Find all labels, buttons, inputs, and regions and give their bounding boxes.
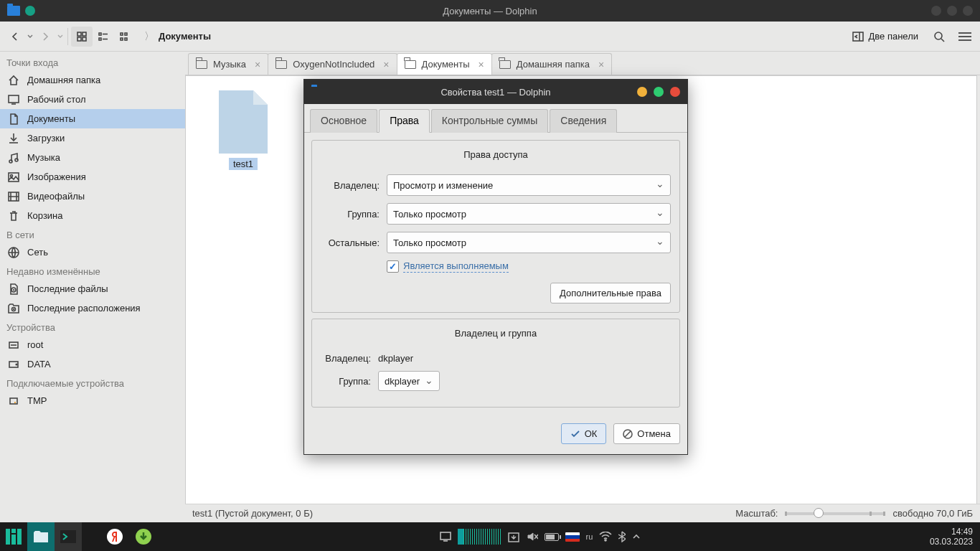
- file-label: test1: [229, 158, 258, 170]
- nav-back-button[interactable]: [4, 27, 26, 47]
- nav-forward-button[interactable]: [34, 27, 56, 47]
- advanced-perms-button[interactable]: Дополнительные права: [550, 283, 671, 303]
- window-close-button[interactable]: [670, 87, 680, 97]
- sidebar-item-desktop[interactable]: Рабочий стол: [0, 90, 185, 109]
- ok-button[interactable]: ОК: [561, 423, 607, 444]
- tab-documents[interactable]: Документы×: [397, 53, 492, 75]
- sidebar-item-home[interactable]: Домашняя папка: [0, 70, 185, 90]
- keyboard-layout-label[interactable]: ru: [586, 532, 593, 541]
- app-icon: [7, 6, 20, 16]
- executable-label[interactable]: Является выполняемым: [403, 260, 509, 273]
- window-close-button[interactable]: [963, 6, 973, 16]
- recent-files-icon: [7, 283, 20, 296]
- window-max-button[interactable]: [654, 87, 664, 97]
- others-perms-select[interactable]: Только просмотр: [387, 232, 671, 253]
- window-max-button[interactable]: [947, 6, 957, 16]
- split-panels-button[interactable]: Две панели: [847, 28, 924, 45]
- window-min-button[interactable]: [931, 6, 941, 16]
- tab-close-button[interactable]: ×: [255, 59, 260, 70]
- hamburger-menu-button[interactable]: [954, 27, 976, 47]
- task-yandex[interactable]: [100, 522, 129, 551]
- toolbar: 〉 Документы Две панели: [0, 22, 980, 52]
- svg-point-36: [605, 540, 606, 541]
- sidebar-section-recent: Недавно изменённые: [0, 262, 185, 279]
- svg-rect-29: [11, 534, 16, 545]
- keyboard-layout-flag[interactable]: [565, 532, 580, 542]
- desktop-tray-icon[interactable]: [440, 531, 451, 542]
- sidebar-item-network[interactable]: Сеть: [0, 242, 185, 262]
- view-compact-button[interactable]: [114, 27, 136, 47]
- sidebar-item-trash[interactable]: Корзина: [0, 206, 185, 225]
- clock[interactable]: 14:49 03.03.2023: [923, 524, 980, 549]
- sidebar-section-devices: Устройства: [0, 318, 185, 335]
- sidebar-item-documents[interactable]: Документы: [0, 109, 185, 128]
- start-menu-button[interactable]: [0, 522, 27, 551]
- recent-places-icon: [7, 302, 20, 315]
- file-item-test1[interactable]: test1: [215, 90, 272, 170]
- sidebar-item-downloads[interactable]: Загрузки: [0, 128, 185, 148]
- tab-oxygen[interactable]: OxygenNotIncluded×: [268, 53, 397, 75]
- owner-group-select[interactable]: dkplayer: [378, 371, 440, 391]
- task-terminal[interactable]: [55, 522, 82, 551]
- tab-close-button[interactable]: ×: [479, 59, 484, 70]
- split-panels-label: Две панели: [868, 31, 918, 42]
- svg-rect-5: [99, 38, 101, 40]
- network-icon: [7, 246, 20, 259]
- disk-icon: [7, 358, 20, 371]
- tab-music[interactable]: Музыка×: [188, 53, 268, 75]
- properties-dialog: Свойства test1 — Dolphin Основное Права …: [303, 79, 688, 455]
- terminal-icon: [60, 530, 76, 543]
- nav-forward-history[interactable]: [56, 27, 65, 47]
- view-details-button[interactable]: [93, 27, 114, 47]
- trash-icon: [7, 209, 20, 222]
- view-icons-button[interactable]: [71, 27, 93, 47]
- tab-close-button[interactable]: ×: [598, 59, 604, 70]
- volume-muted-icon[interactable]: [527, 531, 538, 542]
- folder-icon: [405, 60, 416, 69]
- search-button[interactable]: [928, 27, 950, 47]
- owner-user-label: Владелец:: [321, 353, 371, 364]
- breadcrumb-current[interactable]: Документы: [159, 31, 211, 42]
- clock-date: 03.03.2023: [930, 537, 973, 547]
- sidebar-item-music[interactable]: Музыка: [0, 148, 185, 167]
- sidebar-item-tmp[interactable]: TMP: [0, 391, 185, 410]
- bluetooth-tray-icon[interactable]: [618, 531, 626, 542]
- folder-icon: [499, 60, 511, 69]
- sidebar-item-recent-files[interactable]: Последние файлы: [0, 279, 185, 298]
- svg-rect-25: [14, 402, 16, 403]
- sidebar-item-images[interactable]: Изображения: [0, 167, 185, 187]
- dialog-tab-perms[interactable]: Права: [379, 109, 430, 133]
- cancel-button[interactable]: Отмена: [613, 423, 680, 444]
- dialog-titlebar[interactable]: Свойства test1 — Dolphin: [304, 80, 687, 104]
- tab-close-button[interactable]: ×: [383, 59, 389, 70]
- sidebar-item-root[interactable]: root: [0, 335, 185, 354]
- group-perms-select[interactable]: Только просмотр: [387, 203, 671, 225]
- owner-label: Владелец:: [321, 180, 380, 191]
- svg-rect-12: [9, 95, 19, 103]
- pin-icon[interactable]: [25, 6, 35, 16]
- sidebar-item-data[interactable]: DATA: [0, 354, 185, 374]
- task-downloader[interactable]: [129, 522, 158, 551]
- tab-bar: Музыка× OxygenNotIncluded× Документы× До…: [185, 52, 980, 75]
- sidebar-item-videos[interactable]: Видеофайлы: [0, 187, 185, 206]
- owner-user-value: dkplayer: [378, 353, 413, 364]
- task-dolphin[interactable]: [27, 522, 55, 551]
- dialog-tab-details[interactable]: Сведения: [550, 109, 617, 133]
- svg-point-23: [16, 364, 17, 365]
- battery-tray-icon[interactable]: [545, 533, 559, 541]
- chevron-up-icon[interactable]: [632, 532, 641, 542]
- tab-home[interactable]: Домашняя папка×: [491, 53, 612, 75]
- folder-icon: [275, 60, 287, 69]
- zoom-slider[interactable]: [785, 512, 885, 515]
- window-min-button[interactable]: [637, 87, 647, 97]
- updates-tray-icon[interactable]: [507, 530, 520, 543]
- wifi-tray-icon[interactable]: [599, 532, 612, 542]
- dialog-tab-general[interactable]: Основное: [310, 109, 377, 133]
- dialog-tab-checksums[interactable]: Контрольные суммы: [431, 109, 548, 133]
- netgraph-tray-icon[interactable]: [458, 529, 501, 545]
- nav-back-history[interactable]: [26, 27, 34, 47]
- manjaro-icon: [6, 529, 22, 545]
- sidebar-item-recent-places[interactable]: Последние расположения: [0, 298, 185, 318]
- owner-perms-select[interactable]: Просмотр и изменение: [387, 174, 671, 196]
- executable-checkbox[interactable]: ✓: [387, 260, 399, 273]
